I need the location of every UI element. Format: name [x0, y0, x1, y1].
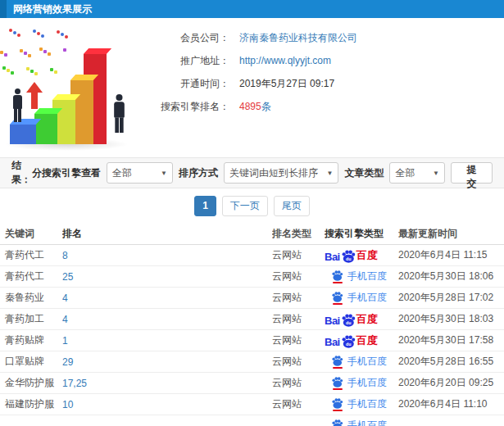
baidu-paw-icon: du — [341, 314, 356, 327]
search-engine-cell: Bai du 百度 — [325, 291, 398, 305]
submit-button[interactable]: 提交 — [451, 162, 493, 184]
open-time-value: 2019年5月27日 09:17 — [239, 77, 334, 91]
baidu-mobile-label: 手机百度 — [347, 397, 387, 411]
baidu-pc-logo: Bai du 百度 — [325, 248, 378, 263]
promo-url-link[interactable]: http://www.qlyyjt.com — [239, 55, 331, 66]
baidu-mobile-label: 手机百度 — [347, 291, 387, 305]
rank-count-unit: 条 — [261, 101, 271, 112]
up-arrow-icon — [26, 82, 43, 109]
rank-type-cell: 云网站 — [272, 291, 325, 305]
keyword-cell: 福建防护服 — [0, 397, 62, 411]
confetti-dots — [0, 25, 78, 90]
baidu-mobile-paw-icon — [331, 292, 343, 305]
search-engine-cell: Bai du 百度 — [325, 355, 398, 369]
search-engine-cell: Bai du 百度 — [325, 270, 398, 283]
red-underline — [333, 410, 343, 411]
updated-cell: 2020年5月28日 17:02 — [398, 291, 504, 305]
table-row: 膏药代工 25 云网站 Bai du 百度 — [0, 266, 504, 288]
chart-bar-blue — [10, 125, 36, 144]
results-filter-bar: 结果： 分搜索引擎查看 全部 ▼ 排序方式 关键词由短到长排序 ▼ 文章类型 全… — [0, 157, 504, 188]
promo-url-row: 推广地址： http://www.qlyyjt.com — [141, 49, 493, 72]
baidu-mobile-paw-icon — [331, 356, 343, 369]
rank-link[interactable]: 4 — [62, 314, 272, 325]
page-title: 网络营销效果展示 — [0, 0, 504, 18]
last-page-button[interactable]: 尾页 — [274, 196, 310, 216]
open-time-label: 开通时间： — [141, 77, 229, 91]
rank-count-number: 4895 — [239, 101, 261, 112]
baidu-logo-bai-text: Bai — [325, 336, 340, 348]
table-row: 福建防护服 10 云网站 Bai du 百度 — [0, 394, 504, 415]
baidu-mobile-logo: 手机百度 — [331, 376, 387, 390]
rank-link[interactable]: 4 — [62, 292, 272, 304]
chevron-down-icon: ▼ — [433, 170, 439, 177]
table-row: 膏药代工 8 云网站 Bai du 百度 — [0, 245, 504, 266]
rank-link[interactable]: 8 — [62, 250, 272, 261]
svg-text:du: du — [346, 256, 352, 261]
keyword-cell: 口罩贴牌 — [0, 355, 62, 369]
keyword-cell: 膏药加工 — [0, 312, 62, 326]
keyword-cell: 膏药代工 — [0, 270, 62, 283]
rank-link[interactable]: 29 — [62, 356, 272, 368]
engine-rank-label: 搜索引擎排名： — [141, 100, 229, 114]
baidu-pc-logo: Bai du 百度 — [325, 312, 378, 327]
header-updated: 最新更新时间 — [398, 227, 504, 241]
keyword-cell: 膏药代工 — [0, 248, 62, 262]
search-engine-cell: Bai du 百度 — [325, 248, 398, 263]
red-underline — [333, 303, 343, 305]
red-underline — [333, 282, 343, 283]
baidu-mobile-label: 手机百度 — [347, 419, 387, 426]
search-engine-cell: Bai du 百度 — [325, 419, 398, 426]
updated-cell: 2020年5月30日 17:58 — [398, 333, 504, 347]
updated-cell: 2020年6月4日 11:15 — [398, 248, 504, 262]
next-page-button[interactable]: 下一页 — [222, 196, 268, 216]
baidu-pc-logo: Bai du 百度 — [325, 333, 378, 348]
rank-type-cell: 云网站 — [272, 248, 325, 262]
table-row: 秦鲁药业 4 云网站 Bai du 百度 — [0, 288, 504, 309]
article-type-value: 全部 — [395, 166, 426, 180]
engine-filter-label: 分搜索引擎查看 — [32, 166, 101, 180]
updated-cell: 2020年5月28日 16:55 — [398, 355, 504, 369]
table-body: 膏药代工 8 云网站 Bai du 百度 — [0, 245, 504, 426]
baidu-mobile-logo: 手机百度 — [331, 419, 387, 426]
baidu-mobile-paw-icon — [331, 377, 343, 390]
baidu-mobile-logo: 手机百度 — [331, 291, 387, 305]
table-header-row: 关键词 排名 排名类型 搜索引擎类型 最新更新时间 — [0, 223, 504, 245]
open-time-row: 开通时间： 2019年5月27日 09:17 — [141, 72, 493, 95]
search-engine-cell: Bai du 百度 — [325, 312, 398, 327]
rank-link[interactable]: 1 — [62, 335, 272, 347]
header-keyword: 关键词 — [0, 227, 62, 241]
article-type-label: 文章类型 — [344, 166, 384, 180]
baidu-mobile-logo: 手机百度 — [331, 270, 387, 283]
keyword-cell: 秦鲁药业 — [0, 291, 62, 305]
search-engine-cell: Bai du 百度 — [325, 333, 398, 348]
baidu-logo-cn-text: 百度 — [356, 333, 378, 348]
member-company-link[interactable]: 济南秦鲁药业科技有限公司 — [239, 31, 357, 45]
bar-chart-growth-illustration — [0, 25, 143, 154]
businessman-figure-right — [114, 94, 125, 133]
ranking-table: 关键词 排名 排名类型 搜索引擎类型 最新更新时间 膏药代工 8 云网站 Bai… — [0, 223, 504, 426]
sort-select[interactable]: 关键词由短到长排序 ▼ — [224, 162, 338, 184]
businessman-figure-left — [13, 88, 22, 122]
rank-link[interactable]: 10 — [62, 399, 272, 410]
chevron-down-icon: ▼ — [161, 170, 167, 177]
engine-filter-select[interactable]: 全部 ▼ — [107, 162, 173, 184]
red-underline — [333, 388, 343, 390]
updated-cell: 2020年5月30日 18:03 — [398, 312, 504, 326]
rank-link[interactable]: 25 — [62, 271, 272, 283]
baidu-mobile-logo: 手机百度 — [331, 355, 387, 369]
article-type-select[interactable]: 全部 ▼ — [389, 162, 445, 184]
baidu-mobile-label: 手机百度 — [347, 355, 387, 369]
rank-link[interactable]: 17,25 — [62, 378, 272, 389]
table-row: Bai du 百度 — [0, 415, 504, 426]
engine-rank-value: 4895条 — [239, 100, 271, 114]
updated-cell: 2020年5月30日 18:06 — [398, 270, 504, 283]
title-bar: 网络营销效果展示 — [0, 0, 504, 18]
page-1-button[interactable]: 1 — [194, 196, 216, 216]
search-engine-cell: Bai du 百度 — [325, 376, 398, 390]
header-engine-type: 搜索引擎类型 — [325, 227, 398, 241]
updated-cell: 2020年6月4日 11:10 — [398, 397, 504, 411]
sort-label: 排序方式 — [179, 166, 218, 180]
baidu-logo-bai-text: Bai — [325, 251, 340, 263]
svg-text:du: du — [346, 341, 352, 346]
header-rank: 排名 — [62, 227, 272, 241]
